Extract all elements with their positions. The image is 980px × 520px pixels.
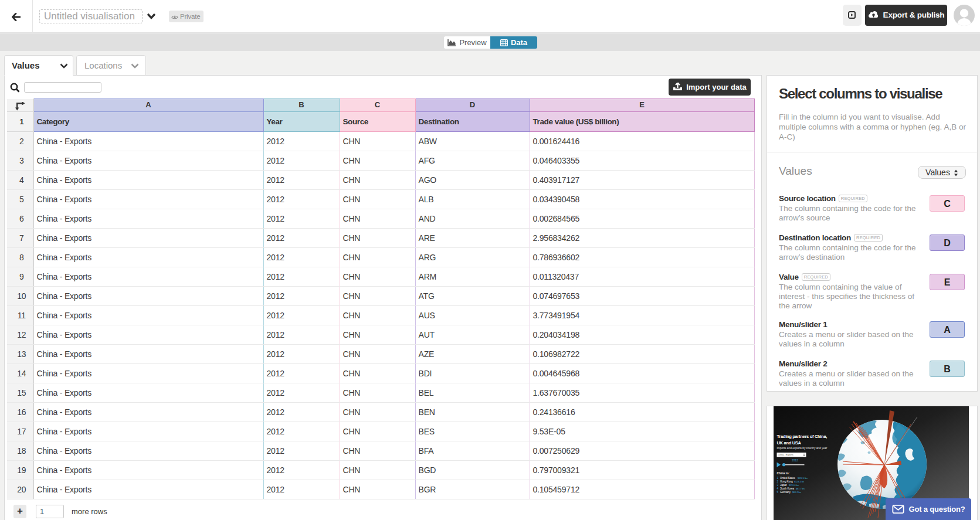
svg-text:$151.6 bn: $151.6 bn [789,484,799,487]
svg-text:UK and USA: UK and USA [777,440,802,446]
svg-text:$69.2 bn: $69.2 bn [792,491,801,494]
svg-text:Japan: Japan [780,484,787,487]
svg-text:$323.4 bn: $323.4 bn [794,480,804,483]
svg-text:China - Exports: China - Exports [778,454,794,456]
svg-text:$352.4 bn: $352.4 bn [798,477,808,480]
svg-text:South Korea: South Korea [780,487,795,490]
svg-text:Germany: Germany [780,491,791,494]
svg-text:2012: 2012 [792,459,798,462]
svg-text:United States: United States [780,477,796,480]
svg-text:China to:: China to: [777,471,790,475]
svg-text:Hong Kong: Hong Kong [780,480,793,483]
svg-text:Imports and exports by country: Imports and exports by country and year [777,447,828,450]
svg-text:$87.7 bn: $87.7 bn [796,487,805,490]
svg-text:Trading partners of China,: Trading partners of China, [777,434,828,439]
